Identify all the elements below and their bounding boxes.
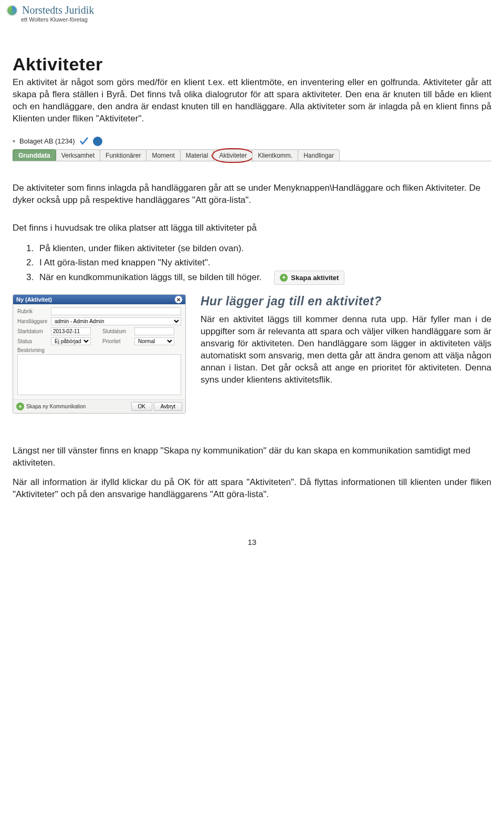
- prioritet-select[interactable]: Normal: [134, 337, 174, 345]
- ok-button[interactable]: OK: [131, 402, 152, 411]
- tab-moment[interactable]: Moment: [146, 149, 180, 161]
- rubrik-input[interactable]: [51, 307, 181, 315]
- howto-heading: Hur lägger jag till en aktivitet?: [201, 294, 491, 308]
- label-startdatum: Startdatum: [17, 328, 48, 334]
- tab-funktion-rer[interactable]: Funktionärer: [100, 149, 146, 161]
- cancel-button[interactable]: Avbryt: [154, 402, 182, 411]
- label-beskrivning: Beskrivning: [17, 347, 45, 353]
- checkmark-icon: [79, 137, 89, 146]
- tab-aktiviteter[interactable]: Aktiviteter: [213, 149, 253, 161]
- label-status: Status: [17, 338, 48, 344]
- label-prioritet: Prioritet: [102, 338, 131, 344]
- paragraph-2: De aktiviteter som finns inlagda på hand…: [13, 182, 491, 207]
- tab-handlingar[interactable]: Handlingar: [298, 149, 340, 161]
- list-heading: Det finns i huvudsak tre olika platser a…: [13, 222, 491, 234]
- startdatum-input[interactable]: [51, 327, 91, 335]
- numbered-list: På klienten, under fliken aktiviteter (s…: [36, 242, 491, 285]
- skapa-kommunikation-link[interactable]: + Skapa ny Kommunikation: [16, 403, 86, 410]
- tab-material[interactable]: Material: [180, 149, 214, 161]
- handlaggare-select[interactable]: admin - Admin Admin: [51, 317, 181, 325]
- close-icon[interactable]: ✕: [175, 296, 182, 303]
- plus-icon: +: [280, 274, 288, 282]
- tab-grunddata[interactable]: Grunddata: [13, 149, 56, 161]
- new-activity-dialog: Ny (Aktivitet) ✕ Rubrik Handläggare admi…: [13, 294, 186, 414]
- client-name: Bolaget AB (1234): [19, 137, 75, 145]
- globe-icon: [93, 137, 102, 146]
- dialog-title: Ny (Aktivitet): [16, 296, 52, 303]
- page-number: 13: [13, 538, 491, 547]
- label-handlaggare: Handläggare: [17, 318, 48, 324]
- label-rubrik: Rubrik: [17, 308, 48, 314]
- intro-paragraph: En aktivitet är något som görs med/för e…: [13, 77, 491, 125]
- logo-subtitle: ett Wolters Kluwer-företag: [0, 16, 504, 23]
- slutdatum-input[interactable]: [134, 327, 174, 335]
- dropdown-icon: ▾: [13, 138, 15, 144]
- tab-verksamhet[interactable]: Verksamhet: [56, 149, 100, 161]
- paragraph-4: När all information är ifylld klickar du…: [13, 477, 491, 501]
- beskrivning-textarea[interactable]: [17, 354, 181, 395]
- page-title: Aktiviteter: [13, 54, 491, 75]
- list-item: I Att göra-listan med knappen "Ny aktivi…: [36, 256, 491, 270]
- list-item: När en kundkommunikation läggs till, se …: [36, 271, 491, 285]
- tab-klientkomm-[interactable]: Klientkomm.: [252, 149, 298, 161]
- client-tabstrip-screenshot: ▾ Bolaget AB (1234) GrunddataVerksamhetF…: [13, 137, 491, 161]
- skapa-aktivitet-button[interactable]: +Skapa aktivitet: [274, 271, 344, 285]
- status-select[interactable]: Ej påbörjad: [51, 337, 91, 345]
- logo-text: Norstedts Juridik: [22, 4, 94, 16]
- logo-icon: [6, 5, 18, 16]
- plus-icon: +: [16, 403, 24, 410]
- brand-header: Norstedts Juridik: [0, 0, 504, 17]
- label-slutdatum: Slutdatum: [102, 328, 131, 334]
- howto-paragraph: När en aktivitet läggs till kommer denna…: [201, 314, 491, 386]
- list-item: På klienten, under fliken aktiviteter (s…: [36, 242, 491, 255]
- paragraph-3: Längst ner till vänster finns en knapp "…: [13, 445, 491, 469]
